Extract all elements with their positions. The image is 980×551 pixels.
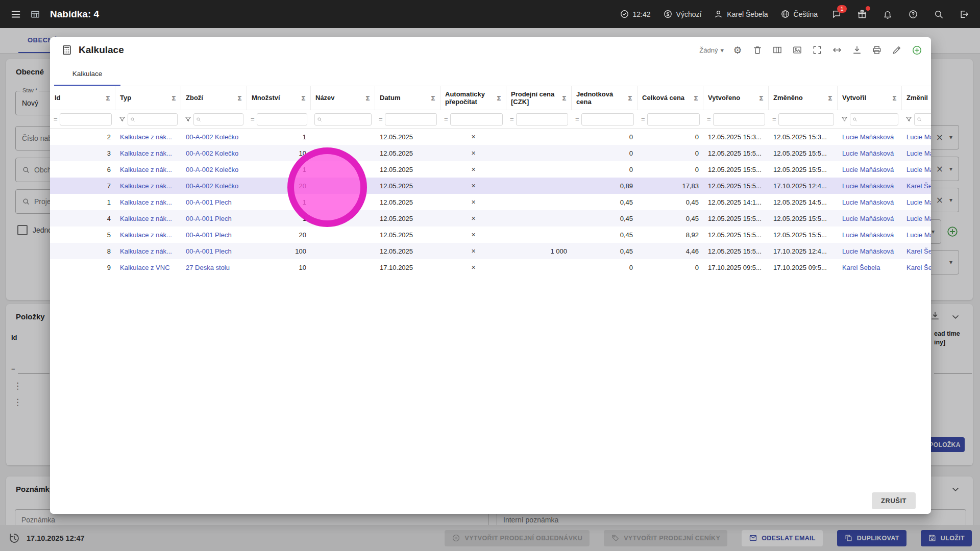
aggregate-icon[interactable]: Σ: [299, 94, 306, 102]
search-icon[interactable]: [932, 8, 945, 21]
column-header-nazev[interactable]: NázevΣ: [311, 86, 375, 110]
cell-zmenil[interactable]: Karel Šebela: [902, 247, 931, 255]
filter-input[interactable]: [453, 115, 500, 123]
logout-icon[interactable]: [958, 8, 971, 21]
print-icon[interactable]: [871, 44, 883, 56]
cell-vytvoril[interactable]: Lucie Maňásková: [838, 198, 902, 206]
table-row[interactable]: 6Kalkulace z nák...00-A-002 Kolečko112.0…: [50, 161, 931, 178]
column-header-typ[interactable]: TypΣ: [115, 86, 181, 110]
add-circle-icon[interactable]: [911, 44, 923, 56]
cell-zbozi[interactable]: 00-A-001 Plech: [181, 247, 247, 255]
filter-input[interactable]: [62, 115, 109, 123]
filter-input[interactable]: [584, 115, 631, 123]
filter-input[interactable]: [716, 115, 763, 123]
filter-cell-mnozstvi[interactable]: =: [247, 113, 311, 126]
fit-screen-icon[interactable]: [811, 44, 823, 56]
filter-input[interactable]: [650, 115, 697, 123]
aggregate-icon[interactable]: Σ: [169, 94, 176, 102]
filter-cell-typ[interactable]: [115, 113, 181, 126]
cell-vytvoril[interactable]: Lucie Maňásková: [838, 182, 902, 190]
column-header-vytvoril[interactable]: VytvořilΣ: [838, 86, 902, 110]
help-icon[interactable]: [906, 8, 920, 21]
cell-vytvoril[interactable]: Lucie Maňásková: [838, 149, 902, 157]
filter-cell-zmenil[interactable]: [902, 113, 931, 126]
aggregate-icon[interactable]: Σ: [429, 94, 435, 102]
filter-input[interactable]: [259, 115, 305, 123]
table-row[interactable]: 4Kalkulace z nák...00-A-001 Plech112.05.…: [50, 210, 931, 227]
columns-icon[interactable]: [771, 44, 783, 56]
table-row[interactable]: 8Kalkulace z nák...00-A-001 Plech10012.0…: [50, 243, 931, 259]
filter-cell-nazev[interactable]: [311, 113, 375, 126]
aggregate-icon[interactable]: Σ: [692, 94, 698, 102]
column-header-zmeneno[interactable]: ZměněnoΣ: [769, 86, 838, 110]
table-row[interactable]: 9Kalkulace z VNC27 Deska stolu1017.10.20…: [50, 259, 931, 276]
cell-vytvoril[interactable]: Lucie Maňásková: [838, 215, 902, 222]
cell-typ[interactable]: Kalkulace z nák...: [115, 215, 181, 222]
filter-input[interactable]: [859, 115, 896, 123]
table-row[interactable]: 2Kalkulace z nák...00-A-002 Kolečko112.0…: [50, 129, 931, 145]
cell-typ[interactable]: Kalkulace z nák...: [115, 133, 181, 141]
chat-icon[interactable]: 1: [830, 8, 843, 21]
filter-input[interactable]: [137, 115, 175, 123]
column-header-jednotkova_cena[interactable]: Jednotková cenaΣ: [572, 86, 638, 110]
cell-typ[interactable]: Kalkulace z nák...: [115, 247, 181, 255]
aggregate-icon[interactable]: Σ: [495, 94, 501, 102]
cell-zbozi[interactable]: 00-A-002 Kolečko: [181, 166, 247, 173]
cell-vytvoril[interactable]: Karel Šebela: [838, 264, 902, 271]
filter-input[interactable]: [203, 115, 241, 123]
column-header-auto_prepocitat[interactable]: Automaticky přepočítatΣ: [440, 86, 506, 110]
cell-vytvoril[interactable]: Lucie Maňásková: [838, 133, 902, 141]
aggregate-icon[interactable]: Σ: [560, 94, 567, 102]
user-menu[interactable]: Karel Šebela: [714, 9, 768, 19]
column-header-zmenil[interactable]: ZměnilΣ: [902, 86, 931, 110]
cell-zmenil[interactable]: Lucie Maňásková: [902, 133, 931, 141]
cell-zmenil[interactable]: Lucie Maňásková: [902, 198, 931, 206]
filter-input[interactable]: [324, 115, 369, 123]
preset-dropdown[interactable]: Žádný ▾: [699, 46, 724, 54]
filter-cell-vytvoril[interactable]: [838, 113, 902, 126]
cell-typ[interactable]: Kalkulace z nák...: [115, 166, 181, 173]
cell-vytvoril[interactable]: Lucie Maňásková: [838, 166, 902, 173]
cell-typ[interactable]: Kalkulace z nák...: [115, 182, 181, 190]
tab-kalkulace[interactable]: Kalkulace: [54, 63, 120, 86]
cell-vytvoril[interactable]: Lucie Maňásková: [838, 247, 902, 255]
language-menu[interactable]: Čeština: [780, 9, 818, 19]
cell-vytvoril[interactable]: Lucie Maňásková: [838, 231, 902, 239]
cell-zbozi[interactable]: 00-A-001 Plech: [181, 198, 247, 206]
swap-horizontal-icon[interactable]: [831, 44, 843, 56]
filter-input[interactable]: [923, 115, 931, 123]
filter-cell-vytvoreno[interactable]: =: [703, 113, 769, 126]
column-header-mnozstvi[interactable]: MnožstvíΣ: [247, 86, 311, 110]
aggregate-icon[interactable]: Σ: [757, 94, 764, 102]
filter-input[interactable]: [387, 115, 434, 123]
gear-icon[interactable]: ⚙: [731, 44, 744, 56]
table-row[interactable]: 7Kalkulace z nák...00-A-002 Kolečko2012.…: [50, 178, 931, 194]
cell-zbozi[interactable]: 00-A-002 Kolečko: [181, 182, 247, 190]
filter-cell-zmeneno[interactable]: =: [769, 113, 838, 126]
filter-cell-auto_prepocitat[interactable]: =: [440, 113, 506, 126]
image-icon[interactable]: [791, 44, 803, 56]
filter-input[interactable]: [781, 115, 831, 123]
cell-zmenil[interactable]: Lucie Maňásková: [902, 231, 931, 239]
cell-zbozi[interactable]: 27 Deska stolu: [181, 264, 247, 271]
filter-cell-id[interactable]: =: [50, 113, 115, 126]
menu-icon[interactable]: [9, 8, 22, 21]
cell-zmenil[interactable]: Karel Šebela: [902, 182, 931, 190]
table-row[interactable]: 1Kalkulace z nák...00-A-001 Plech112.05.…: [50, 194, 931, 210]
cell-zbozi[interactable]: 00-A-002 Kolečko: [181, 149, 247, 157]
column-header-vytvoreno[interactable]: VytvořenoΣ: [703, 86, 769, 110]
cell-typ[interactable]: Kalkulace z VNC: [115, 264, 181, 271]
cell-zmenil[interactable]: Lucie Maňásková: [902, 149, 931, 157]
aggregate-icon[interactable]: Σ: [626, 94, 632, 102]
aggregate-icon[interactable]: Σ: [890, 94, 897, 102]
filter-cell-datum[interactable]: =: [375, 113, 440, 126]
filter-cell-zbozi[interactable]: [181, 113, 247, 126]
filter-cell-jednotkova_cena[interactable]: =: [572, 113, 638, 126]
cell-zbozi[interactable]: 00-A-001 Plech: [181, 231, 247, 239]
delete-icon[interactable]: [751, 44, 764, 56]
edit-icon[interactable]: [891, 44, 903, 56]
cell-zbozi[interactable]: 00-A-002 Kolečko: [181, 133, 247, 141]
cancel-button[interactable]: ZRUŠIT: [872, 492, 916, 509]
cell-zmenil[interactable]: Karel Šebela: [902, 264, 931, 271]
column-header-zbozi[interactable]: ZbožíΣ: [181, 86, 247, 110]
